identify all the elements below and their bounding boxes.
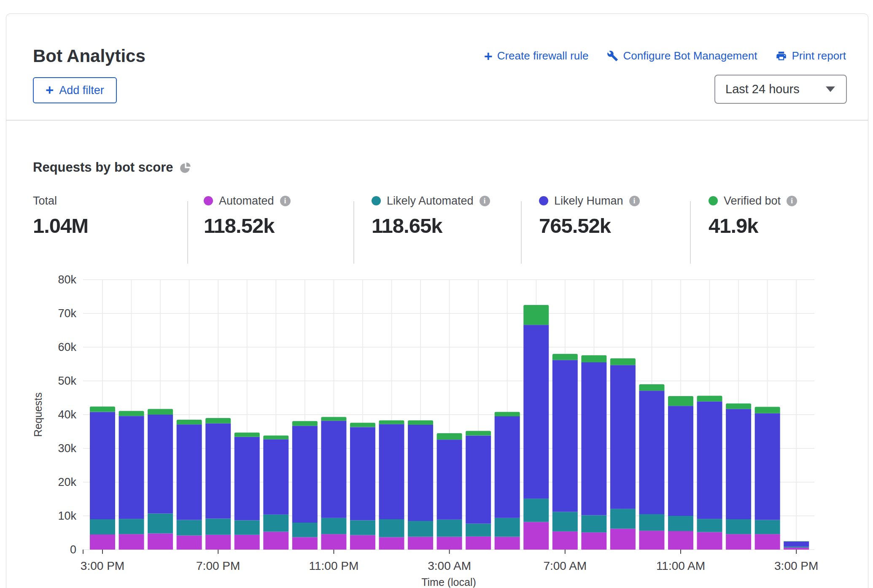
bar-segment-automated [755,534,780,550]
bar-segment-automated [263,532,288,550]
bar-segment-automated [234,535,260,550]
x-tick-label: 7:00 AM [543,559,587,572]
bar-segment-automated [466,537,491,550]
y-tick-label: 60k [58,341,76,353]
bar-segment-verified-bot [119,411,144,416]
y-axis-title: Requests [32,392,44,437]
bar-segment-verified-bot [581,355,606,362]
bar-segment-likely-automated [581,515,606,532]
info-icon[interactable]: i [280,196,291,206]
bar-segment-verified-bot [408,421,433,425]
bar-segment-verified-bot [437,433,462,440]
bar-segment-likely-automated [755,520,780,534]
configure-bot-management-label: Configure Bot Management [623,49,757,62]
bar-segment-automated [119,534,144,550]
chevron-down-icon [826,86,835,92]
likely-automated-legend-dot [372,196,381,205]
time-range-dropdown[interactable]: Last 24 hours [714,75,847,104]
info-icon[interactable]: i [787,196,797,206]
stat-likely-human-value: 765.52k [539,214,640,237]
bar-segment-verified-bot [668,396,693,406]
y-tick-label: 10k [58,510,76,522]
bar-segment-verified-bot [292,421,318,426]
y-tick-label: 30k [58,442,76,455]
plus-icon: + [46,86,54,94]
bar-segment-likely-human [784,542,809,547]
bar-segment-likely-automated [90,519,115,534]
bar-segment-verified-bot [177,420,202,424]
bar-segment-likely-human [610,365,636,509]
bar-segment-likely-human [668,406,693,516]
bar-segment-automated [350,535,375,550]
stat-likely-automated-label: Likely Automated [387,194,474,208]
bar-segment-likely-human [321,421,346,518]
bar-segment-likely-human [466,436,491,524]
bar-segment-likely-automated [552,512,578,531]
bar-segment-likely-human [755,413,780,520]
info-icon[interactable]: i [480,196,490,206]
stat-likely-automated-value: 118.65k [372,214,490,237]
bar-segment-likely-human [119,416,144,519]
configure-bot-management-link[interactable]: Configure Bot Management [607,49,757,62]
info-icon[interactable]: i [629,196,640,206]
bar-segment-automated [581,532,606,550]
bar-segment-likely-human [263,439,288,514]
bar-segment-automated [90,534,115,550]
bar-segment-likely-automated [148,513,173,533]
pie-chart-icon [180,162,191,173]
bar-segment-verified-bot [552,354,578,360]
bar-segment-automated [784,548,809,550]
bar-segment-likely-automated [119,519,144,534]
y-tick-label: 0 [70,543,76,556]
bar-segment-automated [408,537,433,550]
create-firewall-rule-link[interactable]: + Create firewall rule [484,49,589,62]
y-tick-label: 20k [58,476,76,488]
bar-segment-automated [379,537,404,550]
bar-segment-likely-human [697,402,722,519]
printer-icon [776,50,787,62]
bar-segment-likely-automated [639,514,664,531]
x-tick-label: 11:00 PM [309,559,359,572]
bar-segment-likely-automated [668,516,693,531]
wrench-icon [607,50,618,62]
bar-segment-verified-bot [755,407,780,413]
bar-segment-verified-bot [726,404,751,409]
bar-segment-likely-human [292,426,318,523]
bar-segment-likely-human [581,362,606,515]
stat-likely-human-label: Likely Human [554,194,623,208]
bar-segment-likely-automated [379,519,404,537]
stat-verified-bot-label: Verified bot [724,194,781,208]
stat-divider [690,201,691,264]
stacked-bar-chart-svg: 010k20k30k40k50k60k70k80k3:00 PM7:00 PM1… [26,270,827,588]
bar-segment-verified-bot [90,407,115,412]
bar-segment-automated [205,535,231,550]
bar-segment-automated [639,531,664,550]
add-filter-button[interactable]: + Add filter [33,77,117,103]
section-title-row: Requests by bot score [33,160,191,175]
bar-segment-verified-bot [639,384,664,391]
bar-segment-automated [668,531,693,550]
stat-total-label: Total [33,194,57,208]
x-tick-label: 3:00 AM [428,559,471,572]
requests-by-bot-score-chart: 010k20k30k40k50k60k70k80k3:00 PM7:00 PM1… [26,270,827,588]
print-report-link[interactable]: Print report [776,49,846,62]
bar-segment-likely-human [639,391,664,514]
bar-segment-verified-bot [610,358,636,365]
stat-likely-automated: Likely Automated i 118.65k [372,194,490,237]
y-tick-label: 50k [58,375,76,387]
header-actions: + Create firewall rule Configure Bot Man… [484,49,846,62]
bar-segment-automated [292,537,318,550]
bar-segment-likely-automated [205,518,231,534]
bar-segment-likely-human [350,427,375,521]
stat-likely-human: Likely Human i 765.52k [539,194,640,237]
bar-segment-automated [321,534,346,550]
y-tick-label: 70k [58,307,76,320]
x-tick-label: 3:00 PM [81,559,124,572]
x-tick-label: 3:00 PM [774,559,818,572]
bar-segment-likely-human [495,416,520,518]
bar-segment-verified-bot [784,541,809,542]
create-firewall-rule-label: Create firewall rule [497,49,589,62]
bar-segment-automated [148,534,173,550]
stat-divider [353,201,354,264]
bar-segment-automated [523,522,549,550]
